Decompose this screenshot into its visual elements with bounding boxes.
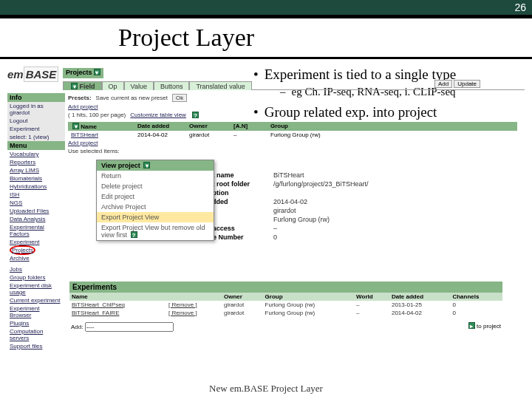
sidebar-item-vocabulary[interactable]: Vocabulary xyxy=(7,150,65,158)
sidebar-item-biomaterials[interactable]: Biomaterials xyxy=(7,174,65,183)
tab-buttons[interactable]: Buttons xyxy=(154,81,190,90)
page-number: 26 xyxy=(514,1,526,13)
project-table-header: ▾ Name Date added Owner [A.N] Group xyxy=(68,122,517,131)
header-buttons: Add Update xyxy=(434,80,480,88)
menu-return[interactable]: Return xyxy=(97,171,214,181)
exp-table-header: NameOwnerGroupWorldDate addedChannels xyxy=(69,293,502,301)
sidebar-item-compservers[interactable]: Computation servers xyxy=(7,327,65,342)
tab-value[interactable]: Value xyxy=(124,81,154,90)
slide-footer: New em.BASE Project Layer xyxy=(0,383,532,395)
add-project-link2[interactable]: Add project xyxy=(68,140,98,146)
menu-export[interactable]: Export Project View xyxy=(97,212,214,222)
slide-topbar: 26 xyxy=(0,0,532,16)
table-row[interactable]: BiTSHeart_ChIPseq[ Remove ]girardotFurlo… xyxy=(69,301,502,309)
sidebar-item-browser[interactable]: Experiment Browser xyxy=(7,304,65,319)
sidebar-logout[interactable]: Logout xyxy=(7,117,65,125)
sidebar-item-ngs[interactable]: NGS xyxy=(7,199,65,207)
tab-op[interactable]: Op xyxy=(102,81,124,90)
sidebar-item-uploaded[interactable]: Uploaded Files xyxy=(7,207,65,215)
menu-header: View project ▾ xyxy=(97,160,214,171)
tab-field[interactable]: ▾ Field xyxy=(63,81,102,90)
project-detail: Project nameBiTSHeart Project root folde… xyxy=(192,171,495,242)
sidebar-item-jobs[interactable]: Jobs xyxy=(7,265,65,273)
table-row[interactable]: BiTSHeart 2014-04-02 girardot – Furlong … xyxy=(68,131,517,139)
customize-link[interactable]: Customize table view xyxy=(130,112,186,118)
sidebar-item-diskusage[interactable]: Experiment disk usage xyxy=(7,282,65,296)
sidebar-item-ish[interactable]: ISH xyxy=(7,191,65,199)
sidebar-info-head: Info xyxy=(7,93,65,102)
help-icon[interactable]: ? xyxy=(131,231,137,238)
sidebar-item-dataanalysis[interactable]: Data Analysis xyxy=(7,215,65,223)
sidebar-item-experiment[interactable]: Experiment xyxy=(7,238,65,246)
slide-title: Project Layer xyxy=(118,24,254,52)
main-area: Presets: Save current as new preset Ok A… xyxy=(68,93,517,155)
embase-app: emBASE Projects▾ ▾ Field Op Value Button… xyxy=(7,64,525,366)
menu-archive[interactable]: Archive Project xyxy=(97,202,214,212)
menu-edit[interactable]: Edit project xyxy=(97,191,214,202)
menu-export-remove[interactable]: Export Project View but remove old view … xyxy=(97,222,214,240)
sidebar-user: Logged in as girardot xyxy=(7,102,65,117)
tab-translated[interactable]: Translated value xyxy=(189,81,251,90)
remove-link[interactable]: [ Remove ] xyxy=(166,309,222,317)
sidebar-item-archive[interactable]: Archive xyxy=(7,254,65,262)
help-icon[interactable]: ? xyxy=(192,112,199,118)
sidebar-sel: select: 1 (view) xyxy=(7,133,65,141)
sidebar-item-factors[interactable]: Experimental Factors xyxy=(7,223,65,238)
update-button[interactable]: Update xyxy=(454,80,480,88)
title-bar: Project Layer xyxy=(0,16,532,59)
sidebar-item-projects[interactable]: Projects xyxy=(7,246,65,254)
sidebar-item-hybridizations[interactable]: Hybridizations xyxy=(7,183,65,191)
sidebar-item-support[interactable]: Support files xyxy=(7,342,65,350)
table-row[interactable]: BiTSHeart_FAIRE[ Remove ]girardotFurlong… xyxy=(69,309,502,317)
add-button[interactable]: Add xyxy=(434,80,452,88)
add-project-link[interactable]: Add project xyxy=(68,103,98,110)
experiments-panel: Experiments NameOwnerGroupWorldDate adde… xyxy=(69,282,502,334)
submit-icon[interactable]: ▸ xyxy=(468,322,475,329)
sidebar-item-plugins[interactable]: Plugins xyxy=(7,319,65,327)
sidebar-item-reporters[interactable]: Reporters xyxy=(7,158,65,166)
sidebar-item-groupfolders[interactable]: Group folders xyxy=(7,273,65,282)
add-exp-input[interactable] xyxy=(85,322,174,332)
close-icon[interactable]: ▾ xyxy=(143,162,150,168)
ok-button[interactable]: Ok xyxy=(172,94,187,102)
sidebar-exp: Experiment xyxy=(7,125,65,133)
context-menu: View project ▾ Return Delete project Edi… xyxy=(96,160,214,241)
sidebar-menu-head: Menu xyxy=(7,141,65,150)
logo: emBASE xyxy=(7,68,58,81)
sidebar-item-arraylims[interactable]: Array LIMS xyxy=(7,166,65,174)
experiments-header: Experiments xyxy=(69,282,502,293)
sidebar-item-currentexp[interactable]: Current experiment xyxy=(7,296,65,304)
dropdown-icon[interactable]: ▾ xyxy=(94,69,100,75)
section-header[interactable]: Projects▾ xyxy=(63,68,103,78)
sidebar: Info Logged in as girardot Logout Experi… xyxy=(7,93,65,350)
remove-link[interactable]: [ Remove ] xyxy=(166,301,222,309)
menu-delete[interactable]: Delete project xyxy=(97,181,214,191)
